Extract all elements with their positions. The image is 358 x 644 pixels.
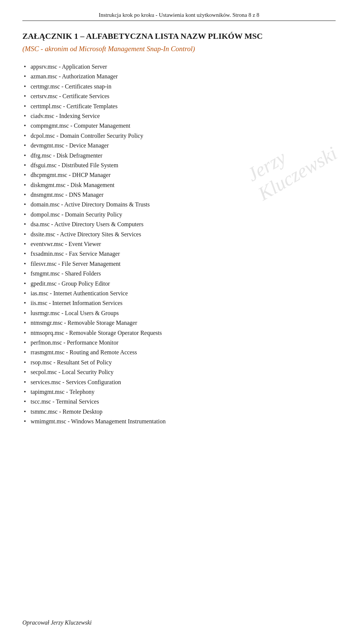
item-key: certmgr.msc (31, 83, 60, 90)
item-key: perfmon.msc (31, 339, 62, 346)
list-item: appsrv.msc - Application Server (22, 62, 336, 72)
item-key: gpedit.msc (31, 280, 57, 287)
list-item: lusrmgr.msc - Local Users & Groups (22, 308, 336, 318)
item-key: iis.msc (31, 300, 47, 306)
footer-text: Opracował Jerzy Kluczewski (22, 619, 92, 626)
list-item: tapimgmt.msc - Telephony (22, 387, 336, 397)
list-item: certtmpl.msc - Certificate Templates (22, 102, 336, 111)
item-key: dcpol.msc (31, 133, 55, 139)
header-divider (22, 21, 336, 21)
item-key: domain.msc (31, 201, 60, 208)
item-key: secpol.msc (31, 369, 57, 375)
list-item: filesvr.msc - File Server Management (22, 259, 336, 269)
item-key: ciadv.msc (31, 113, 54, 119)
item-key: dhcpmgmt.msc (31, 172, 67, 178)
item-key: lusrmgr.msc (31, 310, 60, 316)
item-key: certtmpl.msc (31, 103, 62, 109)
item-key: eventvwr.msc (31, 241, 63, 247)
item-key: services.msc (31, 379, 61, 385)
header-text: Instrukcja krok po kroku - Ustawienia ko… (99, 12, 260, 18)
list-item: devmgmt.msc - Device Manager (22, 141, 336, 150)
page-container: Instrukcja krok po kroku - Ustawienia ko… (0, 0, 358, 644)
item-key: devmgmt.msc (31, 142, 64, 149)
list-item: ntmsmgr.msc - Removable Storage Manager (22, 318, 336, 328)
list-item: tsmmc.msc - Remote Desktop (22, 407, 336, 417)
list-item: gpedit.msc - Group Policy Editor (22, 279, 336, 289)
list-item: dssite.msc - Active Directory Sites & Se… (22, 230, 336, 239)
item-key: filesvr.msc (31, 261, 57, 267)
item-key: diskmgmt.msc (31, 182, 66, 188)
item-key: tscc.msc (31, 398, 51, 405)
list-item: services.msc - Services Configuration (22, 377, 336, 387)
list-item: certmgr.msc - Certificates snap-in (22, 82, 336, 91)
list-item: dfrg.msc - Disk Defragmenter (22, 151, 336, 161)
list-item: domain.msc - Active Directory Domains & … (22, 200, 336, 209)
item-key: rsop.msc (31, 359, 52, 365)
appendix-title: ZAŁĄCZNIK 1 – ALFABETYCZNA LISTA NAZW PL… (22, 31, 336, 41)
item-key: dssite.msc (31, 231, 55, 237)
list-item: perfmon.msc - Performance Monitor (22, 338, 336, 348)
item-key: azman.msc (31, 73, 57, 80)
item-key: ntmsoprq.msc (31, 330, 64, 336)
item-key: rrasmgmt.msc (31, 349, 65, 355)
item-key: dompol.msc (31, 211, 60, 218)
appendix-subtitle: (MSC - akronim od Microsoft Management S… (22, 45, 336, 53)
page-header: Instrukcja krok po kroku - Ustawienia ko… (22, 12, 336, 18)
item-key: wmimgmt.msc (31, 418, 66, 424)
list-item: wmimgmt.msc - Windows Management Instrum… (22, 417, 336, 426)
list-item: dhcpmgmt.msc - DHCP Manager (22, 170, 336, 180)
list-item: rrasmgmt.msc - Routing and Remote Access (22, 348, 336, 357)
list-item: dsa.msc - Active Directory Users & Compu… (22, 220, 336, 229)
list-item: iis.msc - Internet Information Services (22, 298, 336, 308)
item-key: dfrg.msc (31, 152, 51, 159)
list-item: certsrv.msc - Certificate Services (22, 91, 336, 101)
list-item: fxsadmin.msc - Fax Service Manager (22, 249, 336, 259)
list-item: fsmgmt.msc - Shared Folders (22, 269, 336, 279)
item-key: fsmgmt.msc (31, 270, 60, 277)
page-footer: Opracował Jerzy Kluczewski (22, 619, 92, 626)
item-key: appsrv.msc (31, 63, 57, 70)
list-item: eventvwr.msc - Event Viewer (22, 239, 336, 249)
item-key: dfsgui.msc (31, 162, 57, 168)
item-key: tapimgmt.msc (31, 389, 65, 395)
list-item: azman.msc - Authorization Manager (22, 72, 336, 81)
list-item: secpol.msc - Local Security Policy (22, 367, 336, 377)
item-key: dnsmgmt.msc (31, 192, 64, 198)
item-key: compmgmt.msc (31, 122, 69, 129)
list-item: tscc.msc - Terminal Services (22, 397, 336, 407)
list-item: dnsmgmt.msc - DNS Manager (22, 190, 336, 200)
list-item: ias.msc - Internet Authentication Servic… (22, 289, 336, 298)
list-item: ciadv.msc - Indexing Service (22, 111, 336, 121)
list-item: dfsgui.msc - Distributed File System (22, 161, 336, 170)
item-key: certsrv.msc (31, 93, 57, 99)
item-key: ias.msc (31, 290, 48, 296)
item-key: dsa.msc (31, 221, 50, 227)
item-key: tsmmc.msc (31, 408, 57, 415)
list-item: dcpol.msc - Domain Controller Security P… (22, 131, 336, 141)
item-key: fxsadmin.msc (31, 251, 64, 257)
list-item: compmgmt.msc - Computer Management (22, 121, 336, 131)
list-item: dompol.msc - Domain Security Policy (22, 210, 336, 220)
list-item: diskmgmt.msc - Disk Management (22, 180, 336, 190)
list-item: rsop.msc - Resultant Set of Policy (22, 358, 336, 367)
item-key: ntmsmgr.msc (31, 320, 63, 326)
items-list: appsrv.msc - Application Serverazman.msc… (22, 62, 336, 426)
list-item: ntmsoprq.msc - Removable Storage Operato… (22, 328, 336, 338)
